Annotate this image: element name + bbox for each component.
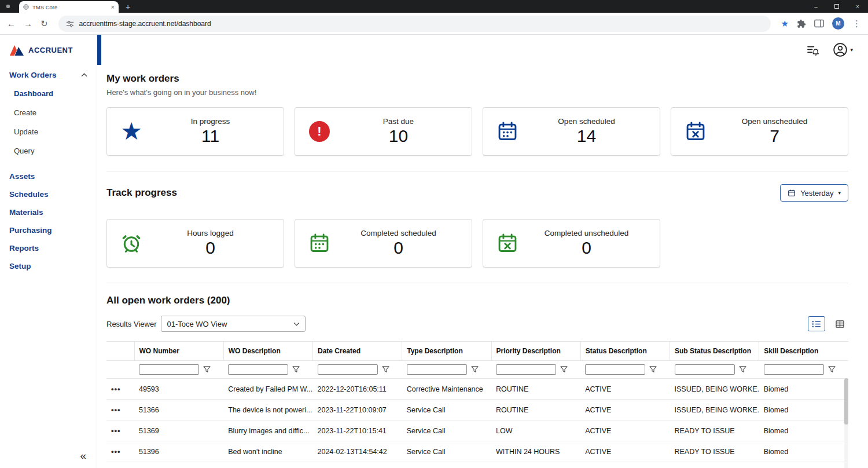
grid-view-button[interactable] xyxy=(831,316,848,331)
app-shell: ACCRUENT Work Orders Dashboard Create Up… xyxy=(0,35,868,468)
stat-card-open-scheduled[interactable]: Open scheduled 14 xyxy=(483,107,660,156)
filter-input-priority-description[interactable] xyxy=(496,364,556,375)
filter-funnel-icon[interactable] xyxy=(471,366,479,373)
site-info-icon[interactable] xyxy=(66,20,74,28)
sidebar-item-dashboard[interactable]: Dashboard xyxy=(0,84,97,103)
column-header-skill-description[interactable]: Skill Description xyxy=(759,342,848,361)
table-row[interactable]: ••• 51396 Bed won't incline 2024-02-13T1… xyxy=(106,441,848,462)
brand[interactable]: ACCRUENT xyxy=(0,35,97,64)
cell-wo-number: 51396 xyxy=(134,441,223,462)
sidebar-item-purchasing[interactable]: Purchasing xyxy=(0,221,97,239)
sidebar-item-schedules[interactable]: Schedules xyxy=(0,185,97,203)
column-header-sub-status-description[interactable]: Sub Status Description xyxy=(670,342,759,361)
forward-icon[interactable]: → xyxy=(24,19,32,28)
sidebar-item-update[interactable]: Update xyxy=(0,122,97,141)
stat-label: Open scheduled xyxy=(523,117,650,126)
side-panel-icon[interactable] xyxy=(814,19,824,28)
table-row[interactable]: ••• 49593 Created by Failed PM W... 2022… xyxy=(106,379,848,400)
row-menu-button[interactable]: ••• xyxy=(111,405,121,414)
sidebar-collapse-icon[interactable]: « xyxy=(80,450,86,461)
period-selector-button[interactable]: Yesterday ▾ xyxy=(780,184,848,202)
filter-funnel-icon[interactable] xyxy=(649,366,657,373)
browser-profile-avatar[interactable]: M xyxy=(832,17,844,30)
table-row[interactable]: ••• 51400 Bed will not incline 2024-03-1… xyxy=(106,462,848,468)
table-row[interactable]: ••• 51366 The device is not poweri... 20… xyxy=(106,400,848,421)
list-view-button[interactable] xyxy=(808,316,825,331)
column-header-priority-description[interactable]: Priority Description xyxy=(491,342,580,361)
browser-menu-kebab-icon[interactable]: ⋮ xyxy=(852,19,861,28)
filter-input-wo-number[interactable] xyxy=(139,364,199,375)
results-viewer-select[interactable]: 01-Toce WO View xyxy=(161,316,306,332)
stat-card-hours-logged[interactable]: Hours logged 0 xyxy=(106,219,284,268)
results-viewer-selected-value: 01-Toce WO View xyxy=(167,320,227,328)
filter-funnel-icon[interactable] xyxy=(739,366,746,373)
filter-funnel-icon[interactable] xyxy=(292,366,300,373)
column-header-status-description[interactable]: Status Description xyxy=(580,342,670,361)
sidebar-item-create[interactable]: Create xyxy=(0,103,97,122)
section-divider xyxy=(106,283,848,283)
stat-card-open-unscheduled[interactable]: Open unscheduled 7 xyxy=(671,107,848,156)
my-work-orders-cards: ★ In progress 11 ! Past due 10 xyxy=(106,107,848,156)
filter-input-skill-description[interactable] xyxy=(764,364,824,375)
bookmark-star-icon[interactable]: ★ xyxy=(781,19,789,29)
window-close-button[interactable]: × xyxy=(847,0,868,13)
filter-cell-actions xyxy=(106,361,134,379)
column-header-type-description[interactable]: Type Description xyxy=(402,342,491,361)
stat-label: In progress xyxy=(146,117,274,126)
table-filter-row xyxy=(106,361,848,379)
filter-input-status-description[interactable] xyxy=(585,364,645,375)
column-header-date-created[interactable]: Date Created xyxy=(313,342,402,361)
my-work-orders-title: My work orders xyxy=(106,73,848,85)
filter-funnel-icon[interactable] xyxy=(203,366,211,373)
tab-close-icon[interactable]: × xyxy=(111,4,115,10)
filter-input-sub-status-description[interactable] xyxy=(675,364,735,375)
filter-funnel-icon[interactable] xyxy=(560,366,568,373)
work-orders-table-wrap: WO Number WO Description Date Created Ty… xyxy=(106,341,848,468)
column-header-wo-number[interactable]: WO Number xyxy=(134,342,223,361)
sidebar-item-materials[interactable]: Materials xyxy=(0,203,97,221)
sidebar-group-label: Work Orders xyxy=(9,71,57,79)
notifications-icon[interactable] xyxy=(807,45,819,56)
sidebar-item-work-orders[interactable]: Work Orders xyxy=(0,64,97,84)
extensions-puzzle-icon[interactable] xyxy=(797,19,806,28)
calendar-unscheduled-icon xyxy=(492,232,523,254)
filter-funnel-icon[interactable] xyxy=(382,366,389,373)
cell-skill-description: Biomed xyxy=(759,400,848,421)
calendar-scheduled-icon xyxy=(492,120,523,142)
new-tab-button[interactable]: + xyxy=(126,3,130,11)
stat-card-completed-unscheduled[interactable]: Completed unscheduled 0 xyxy=(483,219,660,268)
reload-icon[interactable]: ↻ xyxy=(41,19,48,28)
window-maximize-button[interactable] xyxy=(826,0,847,13)
stat-value: 11 xyxy=(146,126,274,146)
stat-value: 0 xyxy=(334,238,462,258)
stat-label: Open unscheduled xyxy=(711,117,838,126)
track-progress-cards: Hours logged 0 Completed scheduled 0 xyxy=(106,219,848,268)
stat-card-past-due[interactable]: ! Past due 10 xyxy=(295,107,472,156)
filter-input-type-description[interactable] xyxy=(407,364,467,375)
sidebar-item-assets[interactable]: Assets xyxy=(0,167,97,185)
filter-funnel-icon[interactable] xyxy=(828,366,836,373)
row-menu-button[interactable]: ••• xyxy=(111,426,121,435)
tab-title: TMS Core xyxy=(32,4,108,10)
table-row[interactable]: ••• 51369 Blurry images and diffic... 20… xyxy=(106,421,848,441)
filter-input-wo-description[interactable] xyxy=(228,364,288,375)
filter-input-date-created[interactable] xyxy=(318,364,378,375)
table-scrollbar[interactable] xyxy=(844,378,848,468)
chevron-down-icon: ▾ xyxy=(850,47,853,53)
row-menu-button[interactable]: ••• xyxy=(111,385,121,393)
stat-card-completed-scheduled[interactable]: Completed scheduled 0 xyxy=(295,219,472,268)
sidebar-item-setup[interactable]: Setup xyxy=(0,257,97,275)
window-minimize-button[interactable]: – xyxy=(806,0,826,13)
column-header-wo-description[interactable]: WO Description xyxy=(223,342,312,361)
table-scrollbar-thumb[interactable] xyxy=(844,378,848,425)
user-menu[interactable]: ▾ xyxy=(833,42,853,57)
browser-tab[interactable]: TMS Core × xyxy=(19,1,119,13)
back-icon[interactable]: ← xyxy=(7,19,16,28)
stat-card-in-progress[interactable]: ★ In progress 11 xyxy=(106,107,284,156)
app-header: ▾ xyxy=(97,35,868,65)
row-menu-button[interactable]: ••• xyxy=(111,447,121,456)
sidebar-item-query[interactable]: Query xyxy=(0,141,97,160)
address-bar[interactable]: accruenttms-stage.accruent.net/dashboard xyxy=(58,16,771,32)
sidebar-item-reports[interactable]: Reports xyxy=(0,239,97,257)
cell-wo-description: Blurry images and diffic... xyxy=(223,421,312,441)
